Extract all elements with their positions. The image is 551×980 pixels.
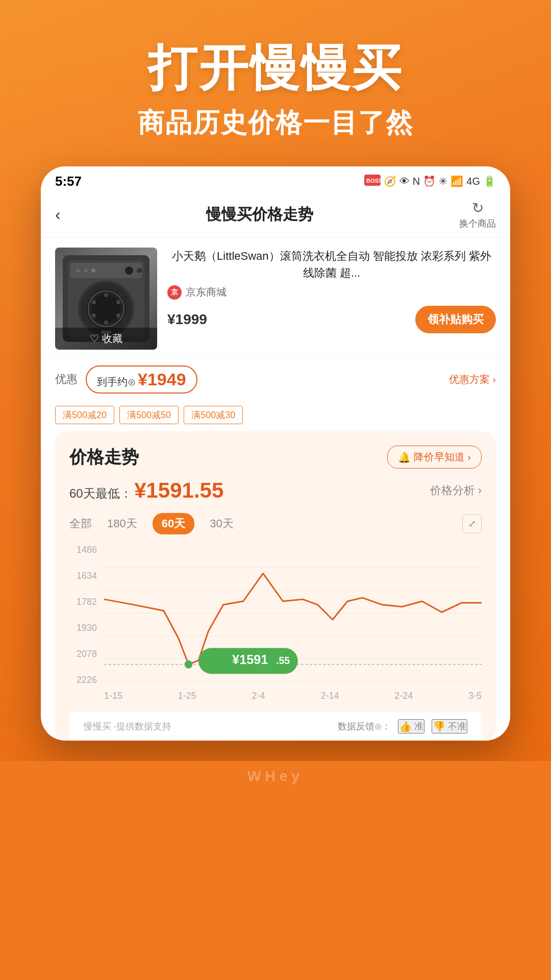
brand-wrap: 慢慢买 ·提供数据支持	[84, 720, 171, 732]
merchant-row: 京 京东商城	[167, 285, 496, 300]
buy-button[interactable]: 领补贴购买	[415, 306, 496, 333]
lowest-label: 60天最低：	[69, 486, 132, 500]
final-price-value: ¥1949	[138, 370, 186, 389]
status-icons: BOSS 🧭 👁 N ⏰ ✳ 📶 4G 🔋	[364, 175, 496, 188]
product-name: 小天鹅（LittleSwan）滚筒洗衣机全自动 智能投放 浓彩系列 紫外线除菌 …	[167, 248, 496, 281]
hero-subtitle: 商品历史价格一目了然	[31, 105, 520, 141]
refresh-icon: ↻	[472, 200, 484, 216]
svg-point-17	[116, 313, 120, 317]
status-bar: 5:57 BOSS 🧭 👁 N ⏰ ✳ 📶 4G 🔋	[41, 166, 510, 193]
bottom-strip: WHey	[0, 761, 551, 792]
discount-row: 优惠 到手约⊙ ¥1949 优惠方案 ›	[41, 358, 510, 401]
svg-point-18	[104, 321, 108, 325]
bottom-bar: 慢慢买 ·提供数据支持 数据反馈⊙： 👍 准 👎 不准	[69, 712, 482, 741]
discount-scheme-link[interactable]: 优惠方案 ›	[449, 373, 496, 386]
x-label-1: 1-15	[104, 691, 122, 701]
tab-30[interactable]: 30天	[210, 516, 233, 531]
lowest-price-group: 60天最低： ¥1591.55	[69, 478, 223, 503]
x-label-6: 3-5	[468, 691, 482, 701]
price-chart-svg: ¥1591 .55	[104, 545, 482, 684]
y-label-2: 1634	[69, 571, 97, 581]
coupon-tag-1: 满500减20	[55, 406, 114, 424]
eye-icon: 👁	[399, 176, 410, 187]
svg-point-6	[137, 268, 142, 273]
coupon-row: 满500减20 满500减50 满500减30	[41, 401, 510, 431]
app-header: ‹ 慢慢买价格走势 ↻ 换个商品	[41, 193, 510, 237]
heart-icon: ♡	[90, 332, 99, 345]
product-info: 小天鹅（LittleSwan）滚筒洗衣机全自动 智能投放 浓彩系列 紫外线除菌 …	[167, 248, 496, 333]
trend-title: 价格走势	[69, 446, 139, 469]
lowest-price-value: ¥1591.55	[134, 478, 223, 502]
discount-label: 优惠	[55, 372, 78, 387]
final-price-bubble: 到手约⊙ ¥1949	[86, 365, 197, 394]
nav-icon: 🧭	[384, 175, 396, 187]
brand-name: 慢慢买 ·提供数据支持	[84, 721, 171, 731]
network-icon: 4G	[466, 176, 480, 187]
bluetooth-icon: ✳	[439, 175, 447, 187]
svg-point-16	[116, 300, 120, 304]
merchant-name: 京东商城	[186, 285, 227, 299]
product-section: ♡ 收藏 小天鹅（LittleSwan）滚筒洗衣机全自动 智能投放 浓彩系列 紫…	[41, 237, 510, 358]
page-title: 慢慢买价格走势	[206, 204, 313, 225]
chart-wrap: 2226 2078 1930 1782 1634 1486	[69, 545, 482, 712]
back-button[interactable]: ‹	[55, 205, 61, 224]
merchant-logo: 京	[167, 285, 182, 300]
refresh-label: 换个商品	[459, 217, 496, 230]
collect-button[interactable]: ♡ 收藏	[55, 328, 157, 350]
x-label-3: 2-4	[252, 691, 265, 701]
hero-title: 打开慢慢买	[31, 41, 520, 95]
y-label-4: 1930	[69, 623, 97, 633]
coupon-tag-2: 满500减50	[119, 406, 179, 424]
svg-point-9	[91, 268, 95, 273]
svg-point-19	[92, 313, 96, 317]
product-image-wrap: ♡ 收藏	[55, 248, 157, 350]
x-axis: 1-15 1-25 2-4 2-14 2-24 3-5	[69, 685, 482, 701]
final-price-prefix: 到手约⊙	[97, 375, 136, 389]
status-time: 5:57	[55, 174, 82, 189]
brand-label: 慢慢买	[84, 721, 111, 731]
reject-label: 不准	[448, 720, 466, 732]
y-label-1: 1486	[69, 545, 97, 555]
reject-button[interactable]: 👎 不准	[432, 719, 467, 733]
y-label-6: 2226	[69, 675, 97, 685]
boss-icon: BOSS	[364, 175, 381, 188]
y-axis: 2226 2078 1930 1782 1634 1486	[69, 545, 104, 686]
notify-button[interactable]: 🔔 降价早知道 ›	[387, 446, 482, 469]
x-label-2: 1-25	[178, 691, 196, 701]
refresh-button[interactable]: ↻ 换个商品	[459, 200, 496, 230]
price-trend-card: 价格走势 🔔 降价早知道 › 60天最低： ¥1591.55 价格分析 › 全部…	[55, 431, 496, 741]
lowest-price-row: 60天最低： ¥1591.55 价格分析 ›	[69, 478, 482, 503]
original-price: ¥1999	[167, 311, 207, 328]
bell-icon: 🔔	[398, 451, 411, 463]
signal-icon: 📶	[450, 175, 463, 187]
watermark-text: WHey	[247, 768, 304, 785]
hero-section: 打开慢慢买 商品历史价格一目了然 5:57 BOSS 🧭 👁 N ⏰ ✳ 📶 4…	[0, 0, 551, 761]
approve-button[interactable]: 👍 准	[398, 719, 424, 733]
coupon-tag-3: 满500减30	[184, 406, 243, 424]
nfc-icon: N	[413, 176, 420, 187]
tab-60[interactable]: 60天	[153, 513, 194, 534]
notify-label: 降价早知道 ›	[414, 450, 471, 464]
analysis-link[interactable]: 价格分析 ›	[430, 483, 482, 498]
expand-button[interactable]: ⤢	[462, 514, 482, 533]
x-label-5: 2-24	[394, 691, 413, 701]
battery-icon: 🔋	[483, 175, 496, 187]
thumbs-up-icon: 👍	[399, 720, 412, 732]
phone-mockup: 5:57 BOSS 🧭 👁 N ⏰ ✳ 📶 4G 🔋 ‹ 慢慢买价格走势 ↻	[41, 166, 510, 741]
y-label-5: 2078	[69, 649, 97, 659]
alarm-icon: ⏰	[423, 175, 436, 187]
svg-point-8	[84, 268, 88, 273]
y-label-3: 1782	[69, 597, 97, 607]
time-tabs: 全部 180天 60天 30天 ⤢	[69, 513, 482, 534]
chart-inner: ¥1591 .55	[104, 545, 482, 686]
collect-label: 收藏	[102, 332, 122, 346]
tab-all[interactable]: 全部	[69, 516, 92, 531]
svg-point-5	[125, 266, 133, 275]
brand-suffix: ·提供数据支持	[114, 721, 171, 731]
svg-point-15	[104, 293, 108, 297]
thumbs-down-icon: 👎	[433, 720, 445, 732]
svg-point-20	[92, 300, 96, 304]
feedback-label: 数据反馈⊙：	[338, 720, 391, 732]
approve-label: 准	[414, 720, 423, 732]
tab-180[interactable]: 180天	[107, 516, 137, 531]
